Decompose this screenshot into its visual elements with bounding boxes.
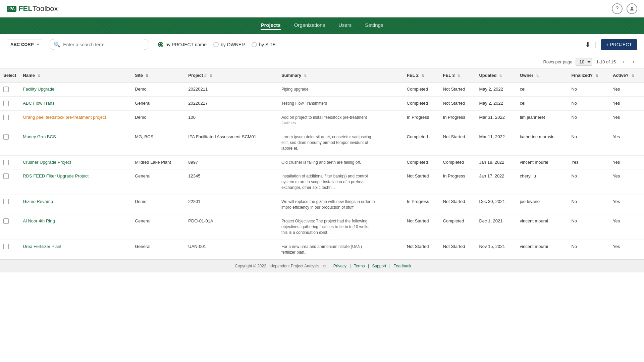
row-active: Yes [609,169,644,195]
row-active: Yes [609,110,644,130]
download-icon[interactable]: ⬇ [585,41,591,49]
ipa-badge: IPA [7,6,16,12]
row-name: Facility Upgrade [19,82,131,96]
row-checkbox-cell [0,169,19,195]
col-name[interactable]: Name ⇅ [19,69,131,82]
radio-label-site: by SITE [259,42,276,47]
row-active: Yes [609,96,644,110]
add-project-button[interactable]: + PROJECT [601,39,637,50]
project-name-link[interactable]: RDS FEED Filter Upgrade Project [23,173,89,178]
row-name: Orang peel feedstock pre-treatment proje… [19,110,131,130]
top-icons: ? [612,3,637,14]
row-checkbox[interactable] [3,115,9,120]
logo: IPA FELToolbox [7,4,58,13]
project-name-link[interactable]: Orang peel feedstock pre-treatment proje… [23,115,106,120]
summary-text: We will replace the gizmo with new thing… [281,199,375,210]
footer-privacy[interactable]: Privacy [333,264,346,268]
row-summary: Piping upgrade [278,82,404,96]
nav-organizations[interactable]: Organizations [294,22,325,30]
col-site[interactable]: Site ⇅ [131,69,185,82]
nav-users[interactable]: Users [338,22,352,30]
row-fel2: In Progress [404,110,440,130]
row-checkbox[interactable] [3,101,9,106]
row-finalized: No [568,96,609,110]
search-box: 🔍 [49,39,149,50]
prev-page-button[interactable]: ‹ [620,58,628,66]
row-summary: Testing Flow Transmitters [278,96,404,110]
col-finalized[interactable]: Finalized? ⇅ [568,69,609,82]
table-row: Al Noor 4th Ring General PDO-01-01A Proj… [0,214,644,240]
search-icon: 🔍 [54,41,60,48]
row-summary: Old crusher is failing and teeth are fal… [278,155,404,169]
summary-text: Piping upgrade [281,87,375,92]
row-checkbox[interactable] [3,173,9,179]
project-name-link[interactable]: Crusher Upgrade Project [23,160,71,165]
row-owner: vincent mourai [517,214,568,240]
table-container: Select Name ⇅ Site ⇅ Project # ⇅ Summary… [0,69,644,259]
nav-settings[interactable]: Settings [365,22,383,30]
row-checkbox[interactable] [3,134,9,140]
nav-links: Projects Organizations Users Settings [261,22,383,30]
next-page-button[interactable]: › [629,58,637,66]
project-name-link[interactable]: Facility Upgrade [23,87,54,92]
row-site: Demo [131,110,185,130]
table-row: ABC Flow Trans General 20220217 Testing … [0,96,644,110]
footer-terms[interactable]: Terms [354,264,365,268]
row-fel2: Completed [404,96,440,110]
project-name-link[interactable]: Urea Fertilizer Plant [23,244,61,249]
col-fel2[interactable]: FEL 2 ⇅ [404,69,440,82]
col-updated[interactable]: Updated ⇅ [476,69,516,82]
footer-support[interactable]: Support [372,264,386,268]
rows-per-page-select[interactable]: 10 25 50 [576,58,592,66]
row-project-num: 8997 [185,155,278,169]
radio-circle-owner [213,42,219,47]
footer-feedback[interactable]: Feedback [393,264,411,268]
col-summary[interactable]: Summary ⇅ [278,69,404,82]
project-name-link[interactable]: Money Grm BCS [23,134,56,139]
row-owner: vincent mourai [517,155,568,169]
row-owner: joe levano [517,195,568,214]
col-owner[interactable]: Owner ⇅ [517,69,568,82]
project-name-link[interactable]: ABC Flow Trans [23,101,54,106]
radio-owner[interactable]: by OWNER [213,42,245,47]
row-name: RDS FEED Filter Upgrade Project [19,169,131,195]
row-site: Demo [131,82,185,96]
project-name-link[interactable]: Al Noor 4th Ring [23,218,55,223]
help-icon[interactable]: ? [612,3,623,14]
radio-circle-site [252,42,257,47]
row-site: General [131,214,185,240]
table-row: Facility Upgrade Demo 20220211 Piping up… [0,82,644,96]
nav-projects[interactable]: Projects [261,22,280,30]
summary-text: Project Objectives: The project had the … [281,218,375,235]
radio-project-name[interactable]: by PROJECT name [158,42,207,47]
org-selector[interactable]: ABC CORP ▼ [7,40,43,49]
row-checkbox[interactable] [3,160,9,165]
sort-finalized-icon: ⇅ [595,74,598,77]
projects-table: Select Name ⇅ Site ⇅ Project # ⇅ Summary… [0,69,644,259]
row-checkbox[interactable] [3,87,9,92]
search-input[interactable] [63,42,144,47]
row-project-num: IPA Facilitated Assessment SCM01 [185,130,278,155]
rows-label: Rows per page: [543,59,574,64]
radio-site[interactable]: by SITE [252,42,276,47]
table-row: Gizmo Revamp Demo 22201 We will replace … [0,195,644,214]
row-site: General [131,240,185,259]
footer-sep2: | [368,264,370,268]
col-active[interactable]: Active? ⇅ [609,69,644,82]
row-summary: Project Objectives: The project had the … [278,214,404,240]
sort-owner-icon: ⇅ [536,74,539,77]
col-project-num[interactable]: Project # ⇅ [185,69,278,82]
row-project-num: UAN-001 [185,240,278,259]
row-fel2: Not Started [404,169,440,195]
row-active: Yes [609,195,644,214]
row-checkbox-cell [0,214,19,240]
chevron-down-icon: ▼ [36,43,40,46]
project-name-link[interactable]: Gizmo Revamp [23,199,53,204]
table-body: Facility Upgrade Demo 20220211 Piping up… [0,82,644,259]
col-fel3[interactable]: FEL 3 ⇅ [440,69,476,82]
row-checkbox[interactable] [3,199,9,204]
user-icon[interactable] [627,3,637,14]
row-checkbox[interactable] [3,218,9,224]
row-site: General [131,96,185,110]
row-checkbox[interactable] [3,244,9,249]
